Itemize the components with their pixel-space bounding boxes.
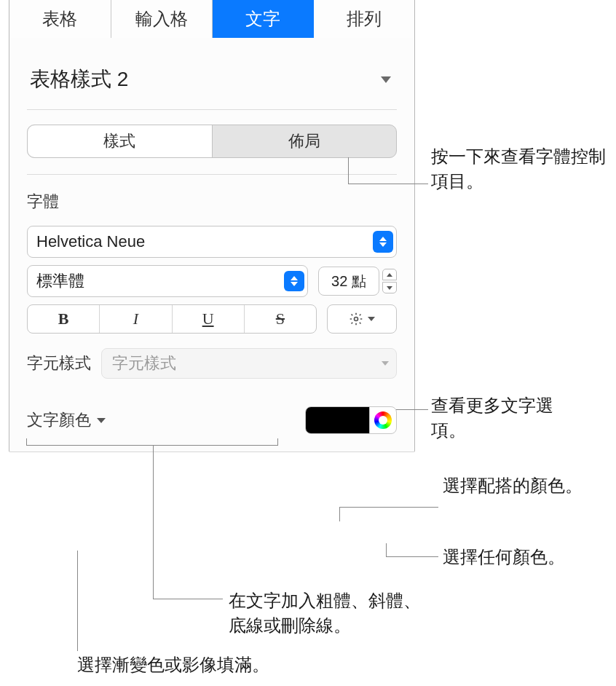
tab-arrange[interactable]: 排列	[314, 0, 415, 38]
format-inspector-panel: 表格 輸入格 文字 排列 表格樣式 2 樣式 佈局 字體 Helvetica N…	[9, 0, 415, 452]
color-wheel-icon	[374, 411, 392, 429]
font-size-stepper[interactable]	[382, 269, 397, 293]
text-color-row: 文字顏色	[27, 406, 397, 434]
font-weight-size-row: 標準體 32 點	[27, 265, 397, 297]
callout-segmented: 按一下來查看字體控制項目。	[431, 144, 606, 193]
font-style-row: B I U S	[27, 304, 397, 334]
tab-text-label: 文字	[245, 7, 280, 31]
leader-line	[339, 507, 340, 521]
character-style-popup[interactable]: 字元樣式	[101, 348, 397, 379]
gear-icon	[349, 312, 363, 326]
bold-glyph: B	[58, 310, 69, 328]
inspector-tabs: 表格 輸入格 文字 排列	[9, 0, 414, 38]
leader-line	[153, 446, 154, 599]
font-weight-popup[interactable]: 標準體	[27, 265, 308, 297]
paragraph-style-popup[interactable]: 表格樣式 2	[27, 45, 397, 110]
callout-textcolor: 選擇漸變色或影像填滿。	[77, 653, 310, 677]
tab-cell-label: 輸入格	[135, 7, 188, 31]
leader-line	[339, 507, 438, 508]
tab-cell[interactable]: 輸入格	[111, 0, 213, 38]
leader-line	[77, 551, 78, 651]
font-size-value: 32 點	[331, 272, 366, 291]
segment-layout-label: 佈局	[288, 130, 320, 152]
leader-line	[396, 409, 428, 410]
tab-table-label: 表格	[42, 7, 77, 31]
font-section-title: 字體	[27, 191, 397, 213]
segment-style[interactable]: 樣式	[28, 125, 213, 157]
color-control	[305, 406, 397, 434]
color-swatch-well[interactable]	[306, 407, 370, 433]
leader-line	[386, 556, 438, 557]
strikethrough-button[interactable]: S	[245, 305, 316, 333]
font-weight-value: 標準體	[36, 270, 84, 292]
tab-table[interactable]: 表格	[9, 0, 111, 38]
chevron-down-icon	[97, 418, 106, 423]
tab-arrange-label: 排列	[347, 7, 382, 31]
bracket	[26, 438, 278, 446]
text-color-popup[interactable]: 文字顏色	[27, 409, 106, 431]
leader-line	[348, 157, 349, 184]
bold-button[interactable]: B	[28, 305, 100, 333]
italic-glyph: I	[133, 310, 138, 328]
chevron-down-icon	[381, 76, 391, 83]
stepper-up[interactable]	[382, 269, 397, 280]
callout-swatch: 選擇配搭的顏色。	[443, 473, 588, 498]
chevron-down-icon	[368, 317, 375, 321]
font-family-popup[interactable]: Helvetica Neue	[27, 226, 397, 258]
tab-text[interactable]: 文字	[213, 0, 314, 38]
popup-stepper-icon	[373, 231, 393, 253]
underline-glyph: U	[202, 310, 214, 328]
font-size-control: 32 點	[318, 267, 397, 296]
advanced-options-button[interactable]	[327, 304, 397, 334]
paragraph-style-name: 表格樣式 2	[30, 66, 128, 93]
callout-bius: 在文字加入粗體、斜體、底線或刪除線。	[229, 588, 433, 637]
font-family-value: Helvetica Neue	[36, 232, 145, 251]
callout-gear: 查看更多文字選項。	[431, 393, 577, 442]
underline-button[interactable]: U	[173, 305, 245, 333]
bold-italic-underline-strike: B I U S	[27, 304, 317, 334]
character-style-row: 字元樣式 字元樣式	[27, 348, 397, 379]
chevron-down-icon	[387, 286, 392, 290]
segment-style-label: 樣式	[103, 130, 135, 152]
stepper-down[interactable]	[382, 282, 397, 293]
panel-body: 表格樣式 2 樣式 佈局 字體 Helvetica Neue 標準體 32 點	[9, 38, 414, 434]
character-style-placeholder: 字元樣式	[112, 352, 176, 374]
color-wheel-button[interactable]	[370, 407, 396, 433]
callout-wheel: 選擇任何顏色。	[443, 545, 610, 569]
font-size-field[interactable]: 32 點	[318, 267, 379, 296]
segment-layout[interactable]: 佈局	[213, 125, 397, 157]
style-layout-segmented[interactable]: 樣式 佈局	[27, 125, 397, 158]
leader-line	[153, 599, 223, 599]
leader-line	[348, 184, 428, 184]
character-style-label: 字元樣式	[27, 352, 91, 374]
italic-button[interactable]: I	[100, 305, 172, 333]
chevron-up-icon	[387, 273, 392, 277]
chevron-down-icon	[382, 361, 389, 366]
strike-glyph: S	[276, 310, 285, 328]
text-color-label: 文字顏色	[27, 409, 91, 431]
svg-point-0	[355, 318, 358, 321]
leader-line	[386, 543, 387, 556]
popup-stepper-icon	[284, 271, 304, 291]
divider	[27, 174, 397, 175]
